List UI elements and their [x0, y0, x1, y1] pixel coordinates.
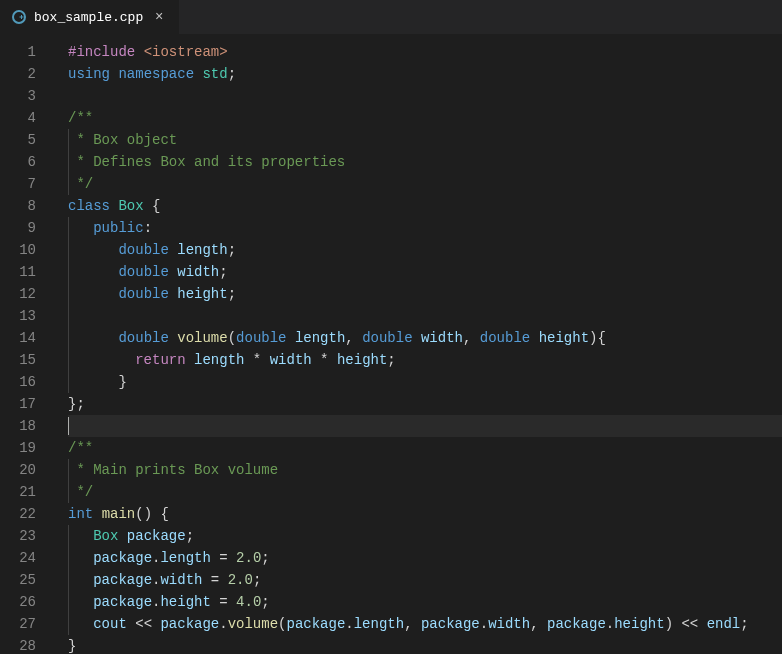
code-area[interactable]: #include <iostream> using namespace std;…: [54, 35, 782, 654]
preprocessor: #include: [68, 44, 135, 60]
code-line[interactable]: using namespace std;: [68, 63, 782, 85]
line-number: 2: [0, 63, 54, 85]
line-number: 6: [0, 151, 54, 173]
line-number-gutter: 1234567891011121314151617181920212223242…: [0, 35, 54, 654]
line-number: 7: [0, 173, 54, 195]
line-number: 16: [0, 371, 54, 393]
code-line[interactable]: }: [68, 371, 782, 393]
comment: * Defines Box and its properties: [68, 154, 345, 170]
code-line[interactable]: cout << package.volume(package.length, p…: [68, 613, 782, 635]
class-name: Box: [118, 198, 143, 214]
code-line[interactable]: /**: [68, 437, 782, 459]
code-line[interactable]: double length;: [68, 239, 782, 261]
comment: /**: [68, 110, 93, 126]
close-icon[interactable]: ×: [151, 9, 167, 25]
comment: * Box object: [68, 132, 177, 148]
code-line[interactable]: package.width = 2.0;: [68, 569, 782, 591]
line-number: 28: [0, 635, 54, 654]
line-number: 10: [0, 239, 54, 261]
code-line[interactable]: }: [68, 635, 782, 654]
svg-rect-2: [20, 17, 24, 18]
code-line[interactable]: * Main prints Box volume: [68, 459, 782, 481]
line-number: 22: [0, 503, 54, 525]
code-line[interactable]: double width;: [68, 261, 782, 283]
line-number: 25: [0, 569, 54, 591]
code-line[interactable]: double height;: [68, 283, 782, 305]
tab-bar: box_sample.cpp ×: [0, 0, 782, 35]
method-name: volume: [177, 330, 227, 346]
line-number: 23: [0, 525, 54, 547]
code-line[interactable]: public:: [68, 217, 782, 239]
line-number: 8: [0, 195, 54, 217]
line-number: 21: [0, 481, 54, 503]
cpp-file-icon: [12, 10, 26, 24]
line-number: 20: [0, 459, 54, 481]
code-line[interactable]: Box package;: [68, 525, 782, 547]
line-number: 11: [0, 261, 54, 283]
line-number: 4: [0, 107, 54, 129]
code-line[interactable]: package.length = 2.0;: [68, 547, 782, 569]
line-number: 26: [0, 591, 54, 613]
code-line[interactable]: return length * width * height;: [68, 349, 782, 371]
code-line[interactable]: #include <iostream>: [68, 41, 782, 63]
line-number: 27: [0, 613, 54, 635]
comment: /**: [68, 440, 93, 456]
line-number: 15: [0, 349, 54, 371]
function-name: main: [102, 506, 136, 522]
code-line[interactable]: int main() {: [68, 503, 782, 525]
code-line[interactable]: * Box object: [68, 129, 782, 151]
line-number: 17: [0, 393, 54, 415]
editor: 1234567891011121314151617181920212223242…: [0, 35, 782, 654]
text-cursor: [68, 417, 69, 435]
file-tab[interactable]: box_sample.cpp ×: [0, 0, 179, 34]
comment: * Main prints Box volume: [68, 462, 278, 478]
code-line[interactable]: class Box {: [68, 195, 782, 217]
line-number: 19: [0, 437, 54, 459]
line-number: 1: [0, 41, 54, 63]
code-line[interactable]: /**: [68, 107, 782, 129]
code-line[interactable]: package.height = 4.0;: [68, 591, 782, 613]
code-line[interactable]: */: [68, 481, 782, 503]
line-number: 13: [0, 305, 54, 327]
line-number: 5: [0, 129, 54, 151]
code-line-active[interactable]: [68, 415, 782, 437]
line-number: 14: [0, 327, 54, 349]
comment: */: [68, 176, 93, 192]
line-number: 24: [0, 547, 54, 569]
code-line[interactable]: };: [68, 393, 782, 415]
line-number: 9: [0, 217, 54, 239]
code-line[interactable]: double volume(double length, double widt…: [68, 327, 782, 349]
code-line[interactable]: [68, 305, 782, 327]
code-line[interactable]: */: [68, 173, 782, 195]
code-line[interactable]: * Defines Box and its properties: [68, 151, 782, 173]
file-tab-label: box_sample.cpp: [34, 10, 143, 25]
line-number: 3: [0, 85, 54, 107]
line-number: 18: [0, 415, 54, 437]
code-line[interactable]: [68, 85, 782, 107]
comment: */: [68, 484, 93, 500]
include-lib: <iostream>: [144, 44, 228, 60]
line-number: 12: [0, 283, 54, 305]
